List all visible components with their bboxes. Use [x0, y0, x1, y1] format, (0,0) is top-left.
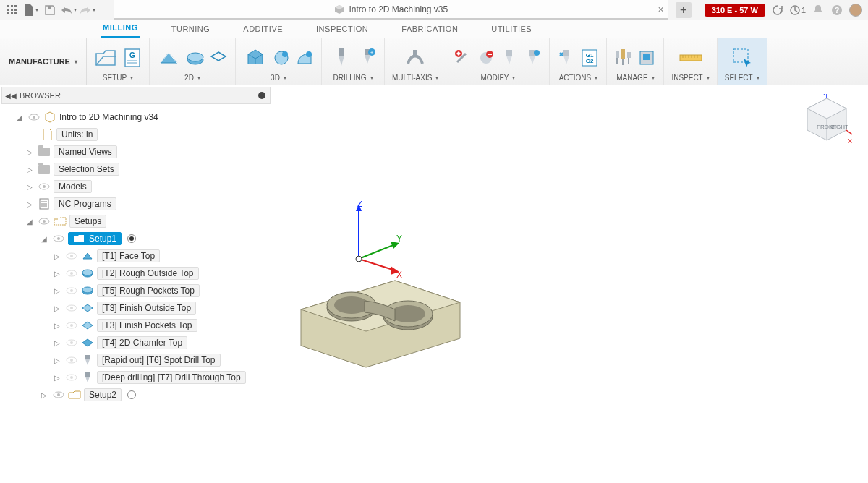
collapse-icon[interactable]: ◀◀ [5, 92, 17, 100]
save-icon[interactable] [42, 2, 58, 18]
visibility-icon[interactable] [52, 390, 65, 400]
inspect-measure-icon[interactable] [678, 46, 703, 70]
tree-models[interactable]: ▷ Models [1, 178, 271, 195]
apps-grid-icon[interactable] [4, 2, 20, 18]
browser-settings-icon[interactable] [258, 92, 265, 99]
manage-tools-icon[interactable] [614, 48, 633, 67]
visibility-icon[interactable] [52, 234, 65, 244]
visibility-icon[interactable] [38, 181, 51, 192]
2d-op-icon-1[interactable] [157, 46, 182, 70]
ribbon-label-2d[interactable]: 2D▾ [184, 74, 200, 83]
tree-operation[interactable]: ▷[Rapid out] [T6] Spot Drill Top [1, 351, 271, 369]
tab-utilities[interactable]: UTILITIES [490, 22, 533, 38]
expand-icon[interactable]: ▷ [52, 268, 62, 278]
2d-op-icon-2[interactable] [186, 48, 205, 67]
tree-operation[interactable]: ▷[T5] Rough Pockets Top [1, 282, 271, 299]
expand-icon[interactable]: ◢ [14, 112, 25, 122]
select-icon[interactable] [730, 46, 754, 70]
undo-icon[interactable]: ▾ [61, 2, 77, 18]
expand-icon[interactable]: ▷ [52, 303, 62, 313]
drill-icon-1[interactable] [329, 46, 354, 70]
expand-icon[interactable]: ▷ [25, 164, 35, 174]
modify-icon-4[interactable] [523, 48, 542, 67]
visibility-icon[interactable] [27, 112, 41, 122]
ribbon-label-actions[interactable]: ACTIONS▾ [559, 74, 597, 83]
tree-operation[interactable]: ▷[T2] Rough Outside Top [1, 265, 271, 282]
tree-setup1[interactable]: ◢ Setup1 [1, 230, 271, 247]
expand-icon[interactable]: ◢ [39, 234, 49, 244]
ribbon-label-select[interactable]: SELECT▾ [725, 74, 760, 83]
tree-operation[interactable]: ▷[T4] 2D Chamfer Top [1, 334, 271, 351]
ribbon-label-modify[interactable]: MODIFY▾ [480, 74, 515, 83]
tree-setups[interactable]: ◢ Setups [1, 213, 271, 230]
tab-turning[interactable]: TURNING [170, 22, 212, 38]
active-setup-radio[interactable] [127, 234, 136, 243]
notifications-icon[interactable] [812, 4, 825, 17]
tree-units[interactable]: Units: in [1, 126, 271, 143]
help-icon[interactable]: ? [830, 4, 843, 17]
expand-icon[interactable]: ▷ [52, 320, 62, 330]
refresh-icon[interactable] [771, 4, 784, 17]
document-tab[interactable]: Intro to 2D Machining v35 × [114, 0, 668, 20]
expand-icon[interactable]: ▷ [25, 199, 35, 209]
browser-header[interactable]: ◀◀ BROWSER [1, 87, 271, 104]
ribbon-label-multiaxis[interactable]: MULTI-AXIS▾ [392, 74, 438, 83]
modify-icon-1[interactable] [454, 48, 472, 67]
3d-op-icon-1[interactable] [243, 46, 268, 70]
viewport-canvas[interactable]: Z Y X FRONT RIGHT Z X [272, 85, 868, 483]
expand-icon[interactable]: ▷ [25, 181, 35, 192]
modify-icon-3[interactable] [500, 48, 519, 67]
workspace-switcher[interactable]: MANUFACTURE▾ [0, 38, 87, 85]
actions-gcode-icon[interactable]: G1G2 [580, 48, 599, 67]
user-avatar[interactable] [849, 4, 862, 17]
tree-selection-sets[interactable]: ▷ Selection Sets [1, 161, 271, 178]
ribbon-label-drilling[interactable]: DRILLING▾ [333, 74, 373, 83]
folder-setup-icon[interactable] [94, 46, 119, 70]
expand-icon[interactable]: ▷ [52, 355, 62, 365]
modify-icon-2[interactable] [477, 48, 495, 67]
tree-root[interactable]: ◢ Intro to 2D Machining v34 [1, 108, 271, 126]
visibility-icon[interactable] [65, 320, 78, 330]
visibility-icon[interactable] [65, 251, 78, 261]
expand-icon[interactable]: ▷ [52, 338, 62, 348]
ribbon-label-inspect[interactable]: INSPECT▾ [671, 74, 709, 83]
visibility-icon[interactable] [65, 268, 78, 278]
gcode-sheet-icon[interactable]: G [123, 48, 142, 67]
expand-icon[interactable]: ◢ [25, 216, 35, 226]
tab-fabrication[interactable]: FABRICATION [400, 22, 459, 38]
manage-machine-icon[interactable] [637, 48, 656, 67]
tab-inspection[interactable]: INSPECTION [315, 22, 370, 38]
new-tab-button[interactable]: + [676, 2, 692, 18]
tree-nc-programs[interactable]: ▷ NC Programs [1, 195, 271, 213]
expand-icon[interactable]: ▷ [52, 286, 62, 296]
extension-status-badge[interactable]: 310 E - 57 W [705, 4, 765, 17]
setup1-chip[interactable]: Setup1 [68, 232, 122, 245]
tree-operation[interactable]: ▷[T3] Finish Outside Top [1, 299, 271, 317]
close-tab-icon[interactable]: × [658, 4, 663, 15]
file-menu-icon[interactable]: ▾ [23, 2, 39, 18]
expand-icon[interactable]: ▷ [39, 390, 49, 400]
tree-setup2[interactable]: ▷ Setup2 [1, 386, 271, 403]
2d-op-icon-3[interactable] [209, 48, 228, 67]
tab-milling[interactable]: MILLING [101, 20, 140, 38]
job-status-icon[interactable]: 1 [790, 4, 806, 17]
redo-icon[interactable]: ▾ [80, 2, 95, 18]
visibility-icon[interactable] [38, 216, 51, 226]
tree-operation[interactable]: ▷[T1] Face Top [1, 247, 271, 265]
ribbon-label-3d[interactable]: 3D▾ [271, 74, 286, 83]
tab-additive[interactable]: ADDITIVE [242, 22, 284, 38]
tree-operation[interactable]: ▷[T3] Finish Pockets Top [1, 317, 271, 334]
expand-icon[interactable]: ▷ [52, 372, 62, 382]
tree-named-views[interactable]: ▷ Named Views [1, 143, 271, 161]
visibility-icon[interactable] [65, 372, 78, 382]
drill-icon-2[interactable]: + [358, 48, 377, 67]
visibility-icon[interactable] [65, 338, 78, 348]
ribbon-label-manage[interactable]: MANAGE▾ [616, 74, 654, 83]
ribbon-label-setup[interactable]: SETUP▾ [103, 74, 133, 83]
expand-icon[interactable]: ▷ [25, 147, 35, 157]
actions-icon-1[interactable] [557, 48, 576, 67]
visibility-icon[interactable] [65, 355, 78, 365]
active-setup-radio[interactable] [127, 390, 136, 399]
visibility-icon[interactable] [65, 303, 78, 313]
tree-operation[interactable]: ▷[Deep drilling] [T7] Drill Through Top [1, 369, 271, 386]
